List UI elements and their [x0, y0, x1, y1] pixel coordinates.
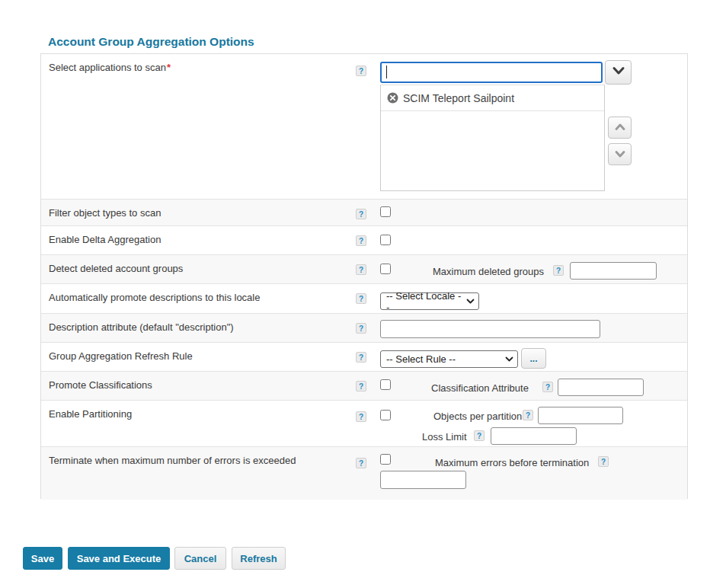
row-enable-partitioning: Enable Partitioning ? Objects per partit… — [41, 400, 687, 446]
help-icon[interactable]: ? — [356, 323, 366, 334]
sub-field-label: Classification Attribute — [431, 382, 529, 394]
help-icon[interactable]: ? — [474, 430, 485, 441]
terminate-max-errors-checkbox[interactable] — [380, 454, 391, 465]
field-label: Automatically promote descriptions to th… — [49, 292, 260, 304]
chevron-down-icon — [612, 66, 625, 79]
chevron-up-icon — [614, 121, 626, 135]
row-detect-deleted-groups: Detect deleted account groups ? Maximum … — [41, 254, 687, 283]
required-asterisk: * — [167, 62, 171, 73]
selected-applications-list: SCIM Teleport Sailpoint — [380, 85, 605, 191]
detect-deleted-groups-checkbox[interactable] — [380, 264, 391, 274]
text-caret — [386, 66, 387, 78]
chevron-down-icon — [614, 148, 626, 161]
help-icon[interactable]: ? — [542, 382, 553, 392]
locale-select[interactable]: -- Select Locale -- — [380, 292, 479, 310]
locale-select-value: -- Select Locale -- — [386, 290, 463, 313]
sub-field-label: Loss Limit — [422, 431, 467, 443]
field-label: Filter object types to scan — [49, 207, 161, 219]
row-promote-classifications: Promote Classifications ? Classification… — [41, 371, 687, 400]
sub-field-label: Objects per partition — [433, 411, 522, 422]
list-item[interactable]: SCIM Teleport Sailpoint — [381, 85, 604, 111]
account-group-aggregation-page: Account Group Aggregation Options Select… — [0, 0, 726, 588]
cancel-button[interactable]: Cancel — [174, 547, 226, 570]
help-icon[interactable]: ? — [598, 456, 609, 467]
row-select-applications: Select applications to scan* ? SCIM Tele… — [41, 54, 687, 199]
refresh-button[interactable]: Refresh — [232, 547, 286, 570]
applications-dropdown-button[interactable] — [605, 60, 632, 85]
help-icon[interactable]: ? — [356, 209, 366, 219]
chevron-down-icon — [466, 298, 475, 305]
chevron-down-icon — [505, 356, 513, 363]
maximum-deleted-groups-input[interactable] — [570, 262, 657, 280]
help-icon[interactable]: ? — [553, 265, 564, 276]
sub-field-label: Maximum errors before termination — [435, 457, 589, 468]
promote-classifications-checkbox[interactable] — [380, 379, 391, 390]
enable-partitioning-checkbox[interactable] — [380, 410, 391, 420]
field-label: Description attribute (default "descript… — [49, 321, 234, 334]
save-and-execute-button[interactable]: Save and Execute — [68, 547, 170, 570]
row-promote-descriptions-locale: Automatically promote descriptions to th… — [41, 283, 687, 313]
enable-delta-aggregation-checkbox[interactable] — [380, 235, 391, 245]
objects-per-partition-input[interactable] — [538, 407, 623, 424]
move-up-button[interactable] — [608, 117, 632, 139]
help-icon[interactable]: ? — [356, 235, 366, 246]
remove-item-icon[interactable] — [387, 92, 398, 104]
help-icon[interactable]: ? — [356, 293, 366, 304]
field-label: Detect deleted account groups — [49, 263, 183, 275]
row-filter-object-types: Filter object types to scan ? — [41, 199, 687, 225]
help-icon[interactable]: ? — [356, 411, 366, 422]
field-label: Promote Classifications — [49, 379, 152, 391]
refresh-rule-select[interactable]: -- Select Rule -- — [380, 350, 518, 368]
ellipsis-label: ... — [529, 353, 537, 364]
sub-field-label: Maximum deleted groups — [433, 266, 544, 277]
help-icon[interactable]: ? — [356, 352, 366, 363]
classification-attribute-input[interactable] — [558, 379, 644, 396]
filter-object-types-checkbox[interactable] — [380, 206, 391, 217]
row-description-attribute: Description attribute (default "descript… — [41, 313, 687, 342]
help-icon[interactable]: ? — [356, 66, 366, 76]
maximum-errors-input[interactable] — [380, 471, 466, 489]
applications-search-input[interactable] — [380, 62, 603, 83]
move-down-button[interactable] — [608, 143, 632, 165]
help-icon[interactable]: ? — [523, 410, 533, 420]
field-label: Select applications to scan* — [49, 62, 171, 74]
field-label: Enable Delta Aggregation — [49, 234, 161, 246]
row-enable-delta-aggregation: Enable Delta Aggregation ? — [41, 225, 687, 254]
help-icon[interactable]: ? — [356, 381, 366, 391]
page-title: Account Group Aggregation Options — [48, 35, 254, 49]
row-terminate-max-errors: Terminate when maximum number of errors … — [41, 446, 687, 500]
rule-browse-button[interactable]: ... — [521, 348, 546, 369]
aggregation-options-table: Select applications to scan* ? SCIM Tele… — [40, 53, 688, 499]
row-refresh-rule: Group Aggregation Refresh Rule ? -- Sele… — [41, 342, 687, 371]
help-icon[interactable]: ? — [356, 264, 366, 275]
loss-limit-input[interactable] — [491, 427, 577, 445]
description-attribute-input[interactable] — [380, 320, 600, 338]
help-icon[interactable]: ? — [356, 458, 366, 468]
save-button[interactable]: Save — [23, 547, 62, 570]
field-label: Enable Partitioning — [49, 408, 132, 420]
list-item-label: SCIM Teleport Sailpoint — [403, 92, 514, 104]
field-label: Group Aggregation Refresh Rule — [49, 350, 193, 363]
refresh-rule-select-value: -- Select Rule -- — [386, 353, 456, 365]
field-label: Terminate when maximum number of errors … — [49, 455, 296, 467]
